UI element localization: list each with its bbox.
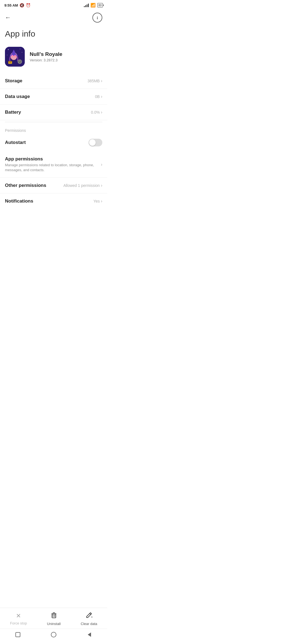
svg-point-12 (20, 61, 21, 62)
alarm-icon: ⏰ (26, 3, 31, 7)
battery-icon: 80 (97, 3, 103, 7)
app-permissions-chevron: › (101, 162, 102, 167)
status-indicators: 📶 80 (84, 3, 103, 8)
info-button[interactable]: i (92, 13, 102, 23)
autostart-toggle[interactable] (89, 139, 102, 146)
battery-value: 0.0% (91, 110, 100, 114)
svg-point-2 (20, 49, 20, 49)
app-permissions-subtitle: Manage permissions related to location, … (5, 163, 101, 173)
signal-icon (84, 3, 89, 7)
content-scroll: Null's Royale Version: 3.2872.3 Storage … (0, 44, 107, 245)
mute-icon: 🔇 (20, 3, 24, 7)
notifications-chevron: › (101, 199, 102, 204)
data-usage-value: 0B (95, 94, 100, 99)
autostart-label: Autostart (5, 140, 26, 145)
svg-point-10 (18, 59, 22, 64)
battery-item[interactable]: Battery 0.0% › (0, 105, 107, 120)
other-permissions-chevron: › (101, 183, 102, 188)
storage-chevron: › (101, 78, 102, 83)
other-permissions-label: Other permissions (5, 183, 63, 188)
notifications-value: Yes (94, 199, 100, 203)
app-info: Null's Royale Version: 3.2872.3 (30, 51, 62, 62)
svg-point-1 (8, 49, 9, 50)
app-name: Null's Royale (30, 51, 62, 57)
status-time: 9:55 AM 🔇 ⏰ (4, 3, 31, 7)
app-card: Null's Royale Version: 3.2872.3 (0, 44, 107, 73)
svg-rect-15 (10, 62, 11, 63)
svg-point-4 (7, 55, 7, 55)
battery-label: Battery (5, 110, 91, 115)
storage-item[interactable]: Storage 385MB › (0, 73, 107, 89)
wifi-icon: 📶 (90, 3, 96, 8)
svg-point-3 (22, 52, 22, 53)
storage-value: 385MB (87, 79, 100, 83)
app-icon (5, 47, 25, 67)
section-divider (5, 122, 102, 122)
other-permissions-item[interactable]: Other permissions Allowed 1 permission › (0, 178, 107, 193)
toggle-knob (89, 139, 96, 146)
data-usage-chevron: › (101, 94, 102, 99)
data-usage-item[interactable]: Data usage 0B › (0, 89, 107, 105)
svg-rect-7 (10, 55, 18, 56)
other-permissions-value: Allowed 1 permission (63, 183, 100, 188)
data-usage-label: Data usage (5, 94, 95, 99)
app-version: Version: 3.2872.3 (30, 58, 62, 62)
top-nav: ← i (0, 9, 107, 26)
svg-point-8 (12, 55, 13, 57)
back-button[interactable]: ← (5, 15, 11, 21)
notifications-label: Notifications (5, 198, 94, 204)
app-permissions-label: App permissions (5, 156, 101, 162)
time-label: 9:55 AM (4, 3, 18, 7)
autostart-item: Autostart (0, 134, 107, 151)
permissions-section-label: Permissions (0, 124, 107, 134)
page-title: App info (0, 26, 107, 44)
svg-point-11 (19, 61, 20, 62)
app-permissions-item[interactable]: App permissions Manage permissions relat… (0, 151, 107, 178)
battery-chevron: › (101, 110, 102, 115)
svg-point-9 (14, 55, 16, 57)
notifications-item[interactable]: Notifications Yes › (0, 193, 107, 209)
status-bar: 9:55 AM 🔇 ⏰ 📶 80 (0, 0, 107, 9)
storage-label: Storage (5, 78, 87, 84)
